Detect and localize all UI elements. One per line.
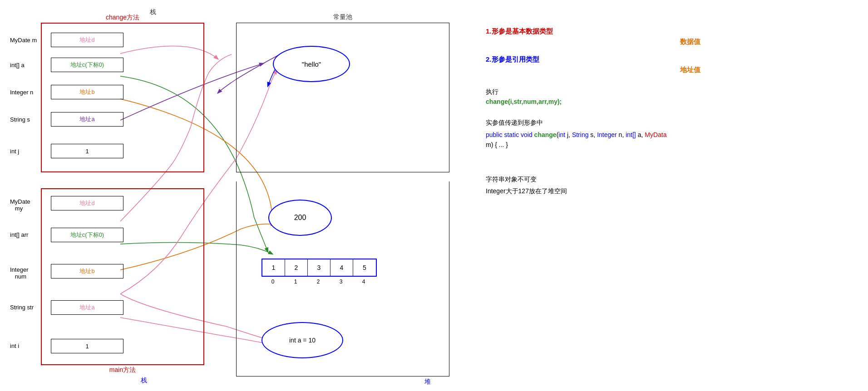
exec-label: 执行 — [486, 88, 849, 96]
change-var-intarr: int[] a 地址c(下标0) — [51, 58, 123, 72]
kw-public: public static void — [486, 131, 534, 138]
main-val-intarr: 地址c(下标0) — [70, 231, 104, 239]
right-panel: 1.形参是基本数据类型 数据值 2.形参是引用类型 地址值 执行 change(… — [486, 27, 849, 196]
array-cell-1: 2 — [285, 259, 308, 276]
main-var-integer: Integer num 地址b — [51, 264, 123, 279]
rule2-title: 2.形参是引用类型 — [486, 55, 849, 64]
array-cell-2: 3 — [308, 259, 330, 276]
main-val-mydate: 地址d — [79, 199, 94, 207]
hello-value: "hello" — [302, 60, 321, 68]
main-var-string: String str 地址a — [51, 300, 123, 315]
method-name: change — [534, 131, 557, 138]
array-cell-0: 1 — [262, 259, 285, 276]
method-body: m) { ... } — [486, 141, 508, 148]
array-index-4: 4 — [352, 279, 375, 285]
change-val-string: 地址a — [79, 115, 94, 123]
heap-bottom-box: 堆 200 1 2 3 4 5 0 1 2 3 4 int a = 10 — [236, 181, 449, 376]
main-label-string: String str — [10, 304, 34, 311]
change-val-intarr: 地址c(下标0) — [70, 61, 104, 69]
array-indices: 0 1 2 3 4 — [261, 279, 377, 285]
change-box-int: 1 — [51, 144, 123, 158]
note2: Integer大于127放在了堆空间 — [486, 187, 849, 196]
array-index-3: 3 — [330, 279, 352, 285]
param-n: n, — [617, 131, 626, 138]
rule2-sub: 地址值 — [486, 66, 849, 74]
main-method-label: main方法 — [109, 366, 136, 374]
change-box-integer: 地址b — [51, 85, 123, 99]
change-val-int: 1 — [85, 148, 89, 155]
stack-bottom-label: 栈 — [141, 376, 147, 385]
main-box-string: 地址a — [51, 300, 123, 315]
param-s: s, — [588, 131, 597, 138]
main-box-int: 1 — [51, 339, 123, 353]
change-box-mydate: 地址d — [51, 33, 123, 47]
main-val-string: 地址a — [79, 303, 94, 312]
value-200: 200 — [294, 214, 306, 222]
array-cells: 1 2 3 4 5 — [261, 259, 377, 277]
hello-ellipse: "hello" — [273, 46, 350, 82]
main-method-box: main方法 MyDate my 地址d int[] arr 地址c(下标0) … — [41, 188, 204, 365]
main-var-mydate: MyDate my 地址d — [51, 196, 123, 210]
change-box-string: 地址a — [51, 112, 123, 127]
main-box-integer: 地址b — [51, 264, 123, 279]
note1: 字符串对象不可变 — [486, 176, 849, 184]
kw-integer: Integer — [597, 131, 617, 138]
change-var-int: int j 1 — [51, 144, 123, 158]
change-label-string: String s — [10, 116, 30, 123]
main-label-integer: Integer num — [10, 266, 28, 280]
change-method-box: change方法 MyDate m 地址d int[] a 地址c(下标0) I… — [41, 23, 204, 172]
main-box-intarr: 地址c(下标0) — [51, 228, 123, 242]
kw-string: String — [572, 131, 589, 138]
main-var-intarr: int[] arr 地址c(下标0) — [51, 228, 123, 242]
rule1-title: 1.形参是基本数据类型 — [486, 27, 849, 36]
inta-value: int a = 10 — [289, 337, 316, 344]
array-cell-4: 5 — [353, 259, 376, 276]
constant-pool-box: 常量池 "hello" — [236, 23, 449, 172]
constant-pool-label: 常量池 — [333, 13, 352, 21]
array-index-0: 0 — [261, 279, 284, 285]
change-method-label: change方法 — [106, 14, 139, 22]
change-box-intarr: 地址c(下标0) — [51, 58, 123, 72]
param-a: a, — [636, 131, 645, 138]
main-container: 栈 change方法 MyDate m 地址d int[] a 地址c(下标0)… — [0, 0, 868, 391]
stack-label: 栈 — [150, 8, 156, 16]
kw-intarr: int[] — [626, 131, 636, 138]
change-val-mydate: 地址d — [79, 36, 94, 44]
main-val-integer: 地址b — [79, 267, 94, 275]
change-label-int: int j — [10, 148, 19, 155]
rule1-sub: 数据值 — [486, 38, 849, 46]
value-200-ellipse: 200 — [268, 200, 332, 236]
main-label-mydate: MyDate my — [10, 198, 30, 212]
inta-ellipse: int a = 10 — [261, 322, 343, 358]
kw-int: int — [558, 131, 565, 138]
main-label-int: int i — [10, 342, 19, 349]
passing-code: public static void change(int j, String … — [486, 130, 849, 150]
kw-mydata: MyData — [645, 131, 666, 138]
note-spacer — [486, 164, 849, 171]
heap-label: 堆 — [424, 378, 431, 386]
param-j: j, — [565, 131, 572, 138]
change-label-integer: Integer n — [10, 89, 33, 96]
main-val-int: 1 — [85, 343, 89, 350]
change-label-intarr: int[] a — [10, 62, 25, 68]
main-var-int: int i 1 — [51, 339, 123, 353]
passing-label: 实参值传递到形参中 — [486, 119, 849, 127]
change-label-mydate: MyDate m — [10, 37, 37, 44]
main-box-mydate: 地址d — [51, 196, 123, 210]
array-cell-3: 4 — [330, 259, 353, 276]
main-label-intarr: int[] arr — [10, 231, 28, 238]
array-index-1: 1 — [284, 279, 307, 285]
change-val-integer: 地址b — [79, 88, 94, 96]
exec-code: change(i,str,num,arr,my); — [486, 98, 849, 105]
array-container: 1 2 3 4 5 0 1 2 3 4 — [261, 259, 377, 285]
change-var-mydate: MyDate m 地址d — [51, 33, 123, 47]
change-var-string: String s 地址a — [51, 112, 123, 127]
change-var-integer: Integer n 地址b — [51, 85, 123, 99]
array-index-2: 2 — [307, 279, 330, 285]
